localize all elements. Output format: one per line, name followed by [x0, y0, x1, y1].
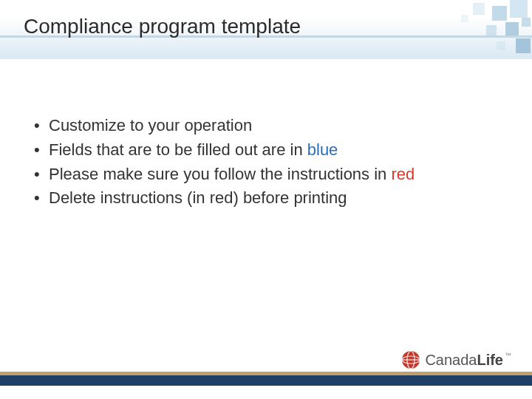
slide-content: Customize to your operationFields that a…: [30, 115, 495, 211]
slide-title: Compliance program template: [24, 15, 301, 38]
bullet-text: Customize to your operation: [49, 116, 252, 134]
brand-logo: CanadaLife™: [401, 350, 511, 369]
mosaic-square: [510, 0, 528, 18]
mosaic-square: [492, 6, 507, 21]
mosaic-square: [505, 22, 519, 35]
slide: Compliance program template Customize to…: [0, 0, 532, 399]
red-keyword: red: [391, 165, 415, 183]
brand-text: CanadaLife™: [425, 352, 511, 369]
mosaic-square: [522, 18, 531, 27]
mosaic-square: [461, 15, 468, 22]
bullet-item: Please make sure you follow the instruct…: [30, 163, 495, 186]
brand-text-bold: Life: [477, 352, 503, 368]
trademark-symbol: ™: [505, 352, 511, 359]
bullet-item: Fields that are to be filled out are in …: [30, 139, 495, 162]
globe-icon: [401, 350, 420, 369]
brand-text-regular: Canada: [425, 352, 477, 368]
mosaic-square: [497, 41, 505, 50]
mosaic-square: [516, 38, 531, 53]
bullet-text: Fields that are to be filled out are in: [49, 140, 307, 159]
mosaic-square: [473, 3, 485, 15]
blue-keyword: blue: [307, 140, 338, 159]
bullet-text: Please make sure you follow the instruct…: [49, 165, 391, 183]
bullet-item: Delete instructions (in red) before prin…: [30, 187, 495, 210]
mosaic-square: [486, 25, 497, 35]
bullet-list: Customize to your operationFields that a…: [30, 115, 495, 210]
header-mosaic: [429, 0, 532, 66]
bullet-item: Customize to your operation: [30, 115, 495, 137]
bullet-text: Delete instructions (in red) before prin…: [49, 188, 347, 207]
footer-navy-bar: [0, 375, 532, 386]
